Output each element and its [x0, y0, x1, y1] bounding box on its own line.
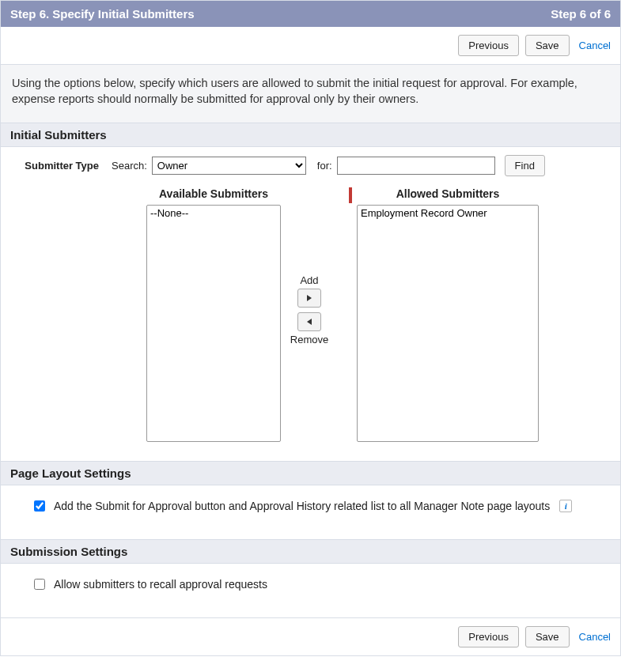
add-label: Add	[300, 274, 318, 286]
section-body-initial-submitters: Submitter Type Search: Owner for: Find A…	[1, 147, 620, 461]
section-header-submission: Submission Settings	[1, 539, 620, 564]
page-layout-checkbox-label: Add the Submit for Approval button and A…	[54, 500, 550, 512]
submitter-type-label: Submitter Type	[12, 160, 107, 172]
section-header-page-layout: Page Layout Settings	[1, 461, 620, 485]
page-layout-checkbox-row: Add the Submit for Approval button and A…	[31, 495, 609, 517]
add-button[interactable]	[297, 289, 321, 308]
action-bar-top: Previous Save Cancel	[1, 27, 620, 65]
available-title: Available Submitters	[146, 187, 281, 200]
remove-button[interactable]	[297, 312, 321, 331]
search-input[interactable]	[337, 157, 495, 175]
previous-button-bottom[interactable]: Previous	[458, 626, 519, 647]
arrow-left-icon	[305, 318, 313, 326]
previous-button[interactable]: Previous	[458, 35, 519, 56]
search-row: Submitter Type Search: Owner for: Find	[12, 155, 609, 176]
arrow-right-icon	[305, 294, 313, 302]
cancel-link[interactable]: Cancel	[579, 40, 611, 51]
cancel-link-bottom[interactable]: Cancel	[579, 631, 611, 643]
allowed-column: Allowed Submitters Employment Record Own…	[357, 187, 539, 442]
info-icon[interactable]: i	[559, 500, 572, 512]
available-listbox[interactable]: --None--	[146, 205, 281, 442]
page-layout-checkbox[interactable]	[34, 500, 45, 512]
dual-listbox: Available Submitters --None-- Add Remove…	[115, 187, 609, 442]
submitter-type-select[interactable]: Owner	[152, 157, 306, 175]
wizard-title: Step 6. Specify Initial Submitters	[10, 7, 195, 21]
submission-checkbox-row: Allow submitters to recall approval requ…	[31, 573, 609, 595]
svg-marker-1	[307, 319, 312, 325]
submission-checkbox-label: Allow submitters to recall approval requ…	[54, 578, 267, 591]
wizard-header: Step 6. Specify Initial Submitters Step …	[1, 1, 620, 27]
search-label: Search:	[112, 160, 147, 172]
allowed-title: Allowed Submitters	[357, 187, 539, 200]
instructions-text: Using the options below, specify which u…	[1, 65, 620, 123]
section-header-initial-submitters: Initial Submitters	[1, 123, 620, 147]
for-label: for:	[317, 160, 332, 172]
find-button[interactable]: Find	[505, 155, 545, 176]
action-bar-bottom: Previous Save Cancel	[1, 617, 620, 655]
save-button[interactable]: Save	[525, 35, 570, 56]
wizard-step-indicator: Step 6 of 6	[551, 7, 611, 21]
available-column: Available Submitters --None--	[146, 187, 281, 442]
required-indicator	[349, 187, 352, 203]
submission-checkbox[interactable]	[34, 579, 45, 590]
shuttle-controls: Add Remove	[281, 187, 338, 345]
allowed-listbox[interactable]: Employment Record Owner	[357, 205, 539, 442]
section-body-submission: Allow submitters to recall approval requ…	[1, 564, 620, 617]
save-button-bottom[interactable]: Save	[525, 626, 570, 647]
remove-label: Remove	[290, 334, 328, 345]
section-body-page-layout: Add the Submit for Approval button and A…	[1, 485, 620, 539]
wizard-container: Step 6. Specify Initial Submitters Step …	[0, 0, 621, 656]
svg-marker-0	[307, 295, 312, 301]
